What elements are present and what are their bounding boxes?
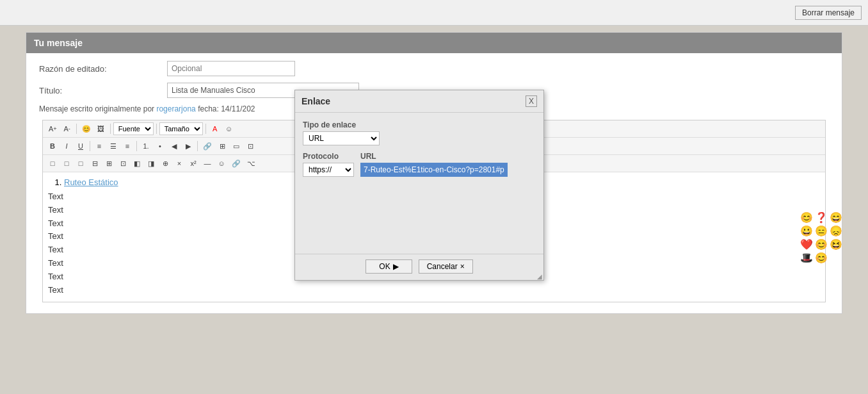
tipo-enlace-label: Tipo de enlace: [303, 120, 536, 129]
dialog-body: Tipo de enlace URL Email Anchor Protocol…: [295, 113, 543, 254]
url-col: URL: [360, 152, 508, 177]
dialog-resize-handle[interactable]: ◢: [536, 272, 543, 280]
url-input[interactable]: [360, 163, 508, 177]
tipo-enlace-select[interactable]: URL Email Anchor: [303, 131, 380, 145]
enlace-dialog: Enlace X Tipo de enlace URL Email Anchor…: [294, 90, 544, 281]
tipo-enlace-group: Tipo de enlace URL Email Anchor: [303, 120, 536, 145]
ok-arrow: ▶: [393, 262, 399, 271]
dialog-footer: OK ▶ Cancelar ×: [295, 254, 543, 280]
dialog-title: Enlace: [301, 96, 330, 106]
dialog-overlay: Enlace X Tipo de enlace URL Email Anchor…: [0, 0, 868, 394]
dialog-cancel-button[interactable]: Cancelar ×: [419, 259, 473, 274]
dialog-titlebar: Enlace X: [295, 90, 543, 113]
protocolo-url-row: Protocolo https:// http:// ftp:// URL: [303, 152, 536, 177]
ok-label: OK: [379, 262, 390, 271]
dialog-content-area: [303, 177, 536, 241]
protocolo-select[interactable]: https:// http:// ftp://: [303, 163, 354, 177]
cancel-label: Cancelar: [427, 262, 458, 271]
url-label: URL: [360, 152, 508, 161]
cancel-x: ×: [460, 262, 465, 271]
dialog-close-button[interactable]: X: [526, 95, 537, 107]
protocolo-label: Protocolo: [303, 152, 354, 161]
protocolo-col: Protocolo https:// http:// ftp://: [303, 152, 354, 177]
dialog-ok-button[interactable]: OK ▶: [366, 259, 412, 274]
